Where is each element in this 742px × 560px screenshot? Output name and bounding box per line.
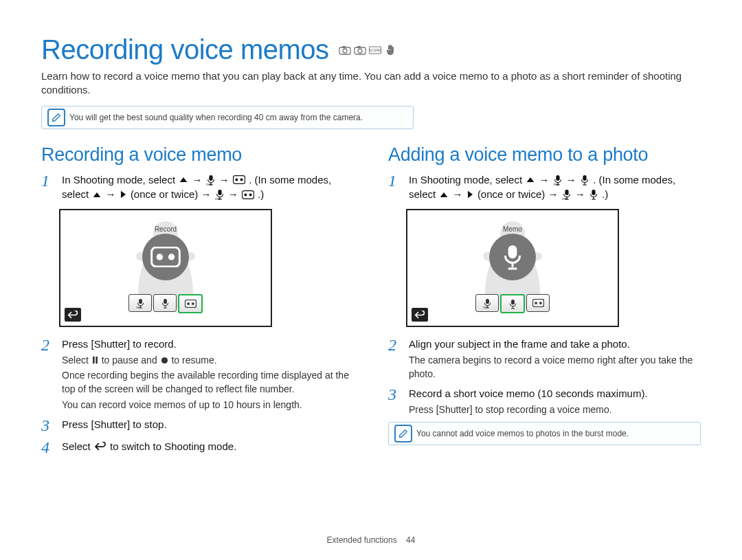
up-icon xyxy=(92,191,102,199)
mic-icon xyxy=(589,189,598,200)
title-text: Recording voice memos xyxy=(41,34,329,65)
note-icon xyxy=(47,109,65,126)
opt-mic-selected[interactable] xyxy=(500,294,525,313)
mic-off-icon xyxy=(215,189,225,200)
mic-badge-icon xyxy=(489,234,536,280)
tape-icon xyxy=(233,175,245,184)
left-heading: Recording a voice memo xyxy=(41,144,354,166)
up-icon xyxy=(526,176,535,183)
intro-text: Learn how to record a voice memo that yo… xyxy=(41,69,701,98)
left-step-3: 3 Press [Shutter] to stop. xyxy=(41,417,354,434)
pause-icon xyxy=(92,356,98,364)
opt-mic-off[interactable] xyxy=(128,294,152,312)
tape-icon xyxy=(242,190,254,199)
left-screen-preview: Record xyxy=(59,209,272,327)
mic-icon xyxy=(580,175,589,186)
up-icon xyxy=(179,176,188,183)
step-number: 2 xyxy=(388,337,401,381)
right-note: You cannot add voice memos to photos in … xyxy=(388,422,701,445)
right-step-3: 3 Record a short voice memo (10 seconds … xyxy=(388,386,701,416)
footer-section: Extended functions xyxy=(327,535,397,545)
back-icon xyxy=(94,442,106,451)
mic-off-icon xyxy=(206,175,216,186)
right-icon xyxy=(120,190,127,199)
scene-mode-icon xyxy=(369,45,381,56)
mic-off-icon xyxy=(553,175,563,186)
step-number: 1 xyxy=(41,172,54,203)
camera-mode-icon xyxy=(339,45,351,56)
back-button[interactable] xyxy=(412,308,428,322)
screen-label: Memo xyxy=(503,225,522,233)
top-note: You will get the best sound quality when… xyxy=(41,106,414,129)
program-mode-icon xyxy=(354,45,366,56)
right-step-1: 1 In Shooting mode, select → → . (In som… xyxy=(388,172,701,203)
note-icon xyxy=(394,425,412,443)
option-row xyxy=(475,294,550,313)
step-number: 3 xyxy=(388,386,401,416)
right-screen-preview: Memo xyxy=(406,209,619,327)
right-heading: Adding a voice memo to a photo xyxy=(388,144,701,166)
page-title: Recording voice memos xyxy=(41,34,701,65)
right-step1-body: In Shooting mode, select → → . (In some … xyxy=(409,172,701,203)
mic-off-icon xyxy=(562,189,572,200)
step-number: 2 xyxy=(41,337,54,412)
step-number: 1 xyxy=(388,172,401,203)
right-icon xyxy=(466,190,474,199)
step-number: 4 xyxy=(41,439,54,456)
page-footer: Extended functions 44 xyxy=(0,535,742,545)
left-step-2: 2 Press [Shutter] to record. Select to p… xyxy=(41,337,354,412)
footer-page: 44 xyxy=(406,535,415,545)
left-step-4: 4 Select to switch to Shooting mode. xyxy=(41,439,354,456)
opt-tape-selected[interactable] xyxy=(178,294,203,313)
columns: Recording a voice memo 1 In Shooting mod… xyxy=(41,142,701,461)
left-step-1: 1 In Shooting mode, select → → . (In som… xyxy=(41,172,354,203)
opt-tape[interactable] xyxy=(526,294,550,312)
option-row xyxy=(128,294,203,313)
left-step2-body: Press [Shutter] to record. Select to pau… xyxy=(62,337,354,412)
up-icon xyxy=(439,191,449,199)
opt-mic[interactable] xyxy=(153,294,177,312)
dual-mode-icon xyxy=(384,45,396,56)
tape-badge-icon xyxy=(142,234,189,280)
step-number: 3 xyxy=(41,417,54,434)
manual-page: Recording voice memos Learn how to recor… xyxy=(0,0,742,560)
record-dot-icon xyxy=(161,357,168,364)
back-button[interactable] xyxy=(65,308,81,322)
right-column: Adding a voice memo to a photo 1 In Shoo… xyxy=(388,142,701,461)
left-step1-body: In Shooting mode, select → → . (In some … xyxy=(62,172,354,203)
screen-label: Record xyxy=(155,225,177,233)
mode-icons-group xyxy=(339,45,396,56)
top-note-text: You will get the best sound quality when… xyxy=(69,113,363,122)
opt-mic-off[interactable] xyxy=(475,294,499,312)
left-column: Recording a voice memo 1 In Shooting mod… xyxy=(41,142,354,461)
right-note-text: You cannot add voice memos to photos in … xyxy=(416,429,629,438)
right-step-2: 2 Align your subject in the frame and ta… xyxy=(388,337,701,381)
